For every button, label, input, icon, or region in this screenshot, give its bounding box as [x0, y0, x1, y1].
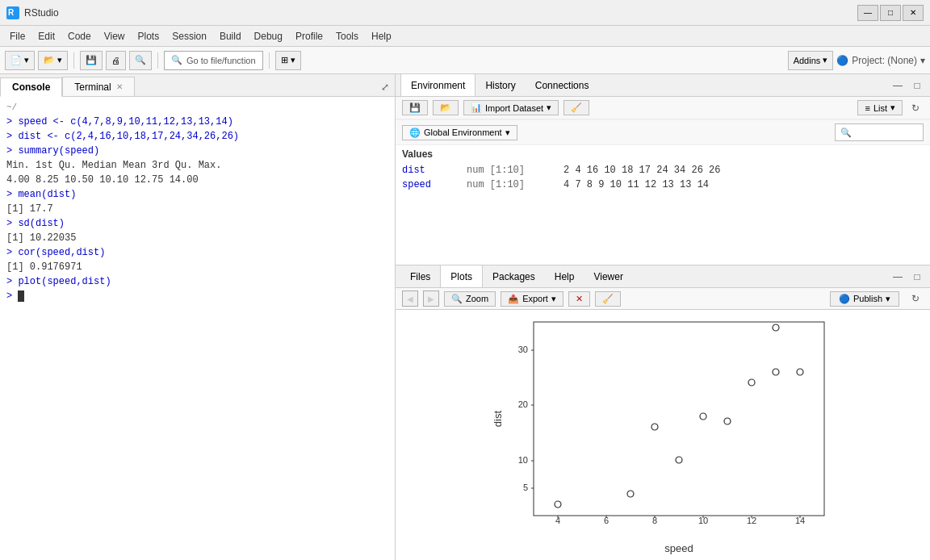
- tab-connections[interactable]: Connections: [526, 74, 599, 96]
- tab-viewer[interactable]: Viewer: [584, 265, 632, 287]
- env-minimize-button[interactable]: —: [890, 78, 906, 93]
- find-button[interactable]: 🔍: [129, 51, 152, 70]
- menu-file[interactable]: File: [3, 29, 31, 44]
- console-output-text-2: 4.00 8.25 10.50 10.10 12.75 14.00: [6, 174, 199, 186]
- load-env-icon: 📂: [440, 102, 451, 113]
- console-area[interactable]: ~/ > speed <- c(4,7,8,9,10,11,12,13,13,1…: [0, 97, 395, 560]
- grid-button[interactable]: ⊞ ▾: [275, 51, 301, 70]
- menu-profile[interactable]: Profile: [289, 29, 329, 44]
- save-icon: 💾: [86, 55, 97, 65]
- global-env-dropdown: ▾: [505, 127, 510, 138]
- tab-terminal[interactable]: Terminal ✕: [62, 77, 134, 96]
- plots-panel: Files Plots Packages Help Viewer: [396, 265, 930, 560]
- scatter-plot: dist speed 5 10: [489, 310, 836, 560]
- env-search-input[interactable]: [835, 123, 924, 141]
- menu-debug[interactable]: Debug: [248, 29, 289, 44]
- addins-button[interactable]: Addins ▾: [788, 51, 834, 70]
- console-prompt-4: >: [6, 189, 18, 200]
- console-prompt-1: >: [6, 116, 18, 127]
- list-dropdown: ▾: [890, 102, 895, 113]
- menu-edit[interactable]: Edit: [31, 29, 61, 44]
- tab-files[interactable]: Files: [400, 265, 440, 287]
- packages-tab-label: Packages: [492, 271, 535, 282]
- print-button[interactable]: 🖨: [106, 51, 126, 70]
- zoom-label: Zoom: [466, 294, 488, 303]
- refresh-plot-button[interactable]: ↻: [907, 291, 924, 306]
- plots-maximize-button[interactable]: □: [909, 270, 925, 284]
- menu-session[interactable]: Session: [165, 29, 213, 44]
- plot-area: dist speed 5 10: [396, 310, 930, 560]
- plots-minimize-button[interactable]: —: [890, 270, 906, 284]
- project-label: 🔵 Project: (None) ▾: [836, 55, 925, 66]
- maximize-button[interactable]: □: [880, 5, 901, 21]
- console-line-1: > speed <- c(4,7,8,9,10,11,12,13,13,14): [6, 115, 388, 129]
- save-button[interactable]: 💾: [80, 51, 103, 70]
- app-title: RStudio: [24, 7, 857, 19]
- console-line-3: > summary(speed): [6, 144, 388, 158]
- load-env-button[interactable]: 📂: [433, 100, 459, 115]
- open-file-button[interactable]: 📂 ▾: [38, 51, 68, 70]
- publish-button[interactable]: 🔵 Publish ▾: [830, 291, 899, 307]
- menu-view[interactable]: View: [98, 29, 132, 44]
- menu-code[interactable]: Code: [61, 29, 98, 44]
- zoom-button[interactable]: 🔍 Zoom: [444, 291, 496, 307]
- menu-tools[interactable]: Tools: [329, 29, 365, 44]
- list-button[interactable]: ≡ List ▾: [857, 100, 903, 115]
- var-type-dist: num [1:10]: [460, 163, 557, 178]
- minimize-button[interactable]: —: [857, 5, 878, 21]
- plot-next-button[interactable]: ▶: [423, 290, 439, 307]
- console-output-text-3: [1] 17.7: [6, 203, 53, 215]
- console-prompt-3: >: [6, 145, 18, 157]
- refresh-env-button[interactable]: ↻: [907, 101, 924, 115]
- console-code-1: speed <- c(4,7,8,9,10,11,12,13,13,14): [18, 116, 232, 127]
- clear-env-button[interactable]: 🧹: [563, 100, 589, 115]
- menu-build[interactable]: Build: [213, 29, 248, 44]
- grid-dropdown: ▾: [291, 55, 295, 65]
- tab-console[interactable]: Console: [0, 77, 62, 97]
- new-file-button[interactable]: 📄 ▾: [5, 51, 35, 70]
- console-output-2: 4.00 8.25 10.50 10.10 12.75 14.00: [6, 173, 388, 187]
- console-output-3: [1] 17.7: [6, 202, 388, 216]
- console-expand-button[interactable]: ⤢: [375, 78, 395, 96]
- separator-2: [157, 52, 158, 69]
- console-output-1: Min. 1st Qu. Median Mean 3rd Qu. Max.: [6, 158, 388, 173]
- import-dataset-button[interactable]: 📊 Import Dataset ▾: [463, 100, 559, 115]
- menu-help[interactable]: Help: [365, 29, 398, 44]
- var-value-dist: 2 4 16 10 18 17 24 34 26 26: [557, 163, 930, 178]
- y-tick-10: 10: [518, 455, 528, 465]
- menu-plots[interactable]: Plots: [132, 29, 166, 44]
- save-env-button[interactable]: 💾: [402, 100, 428, 115]
- console-line-4: > mean(dist): [6, 187, 388, 202]
- connections-tab-label: Connections: [535, 80, 589, 91]
- console-code-5: sd(dist): [18, 218, 65, 229]
- clear-plots-button[interactable]: 🧹: [595, 291, 621, 307]
- console-output-text-1: Min. 1st Qu. Median Mean 3rd Qu. Max.: [6, 160, 221, 171]
- clear-icon: 🧹: [571, 102, 582, 113]
- plot-prev-button[interactable]: ◀: [402, 290, 418, 307]
- list-icon: ≡: [865, 103, 869, 113]
- tab-plots[interactable]: Plots: [440, 265, 483, 287]
- console-cursor: [18, 290, 24, 302]
- goto-file-button[interactable]: 🔍 Go to file/function: [164, 51, 263, 70]
- scatter-svg: dist speed 5 10: [489, 310, 836, 560]
- global-env-icon: 🌐: [409, 127, 421, 138]
- environment-tab-label: Environment: [411, 80, 465, 91]
- close-button[interactable]: ✕: [903, 5, 924, 21]
- plot-toolbar: ◀ ▶ 🔍 Zoom 📤 Export ▾ ✕ 🧹 🔵: [396, 288, 930, 310]
- env-maximize-button[interactable]: □: [909, 78, 925, 93]
- terminal-close-icon[interactable]: ✕: [116, 82, 123, 91]
- delete-plot-button[interactable]: ✕: [568, 291, 590, 307]
- y-axis-label: dist: [492, 410, 504, 427]
- global-env-button[interactable]: 🌐 Global Environment ▾: [402, 125, 517, 140]
- import-dropdown: ▾: [547, 102, 551, 113]
- export-button[interactable]: 📤 Export ▾: [501, 291, 563, 307]
- export-dropdown: ▾: [551, 294, 556, 304]
- tab-history[interactable]: History: [475, 74, 525, 96]
- tab-help[interactable]: Help: [545, 265, 584, 287]
- tab-environment[interactable]: Environment: [400, 74, 475, 96]
- left-panel: Console Terminal ✕ ⤢ ~/ > speed <- c(4,7…: [0, 74, 396, 560]
- import-label: Import Dataset: [485, 103, 543, 113]
- console-code-3: summary(speed): [18, 145, 99, 157]
- y-tick-5: 5: [523, 483, 528, 492]
- tab-packages[interactable]: Packages: [483, 265, 545, 287]
